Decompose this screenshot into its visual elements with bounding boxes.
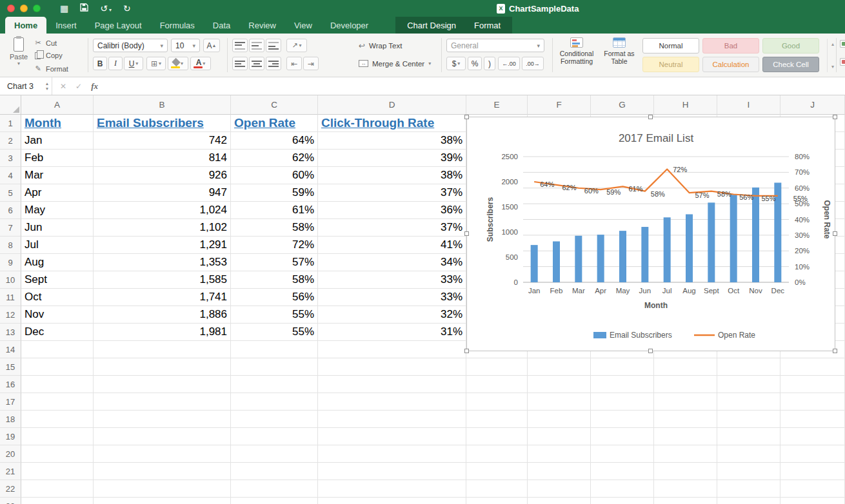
cell-C11[interactable]: 56%: [231, 289, 318, 306]
cell-I16[interactable]: [717, 376, 780, 393]
row-header-5[interactable]: 5: [0, 184, 21, 202]
cell-A15[interactable]: [21, 358, 94, 376]
cell-D18[interactable]: [318, 411, 466, 428]
save-icon[interactable]: [80, 3, 88, 14]
cell-B16[interactable]: [94, 376, 231, 393]
cell-C22[interactable]: [231, 480, 318, 498]
gallery-scroll[interactable]: ▴ ▾: [827, 39, 836, 72]
cell-A5[interactable]: Apr: [21, 184, 94, 202]
cell-D20[interactable]: [318, 445, 466, 463]
cell-A23[interactable]: [21, 498, 94, 504]
increase-font-size-button[interactable]: A▲: [203, 39, 220, 52]
cell-C20[interactable]: [231, 445, 318, 463]
chart-handle-sw[interactable]: [464, 349, 469, 353]
cell-style-normal[interactable]: Normal: [642, 38, 699, 53]
cell-A18[interactable]: [21, 411, 94, 428]
cell-A19[interactable]: [21, 428, 94, 445]
percent-format-button[interactable]: %: [468, 57, 482, 70]
cell-style-calculation[interactable]: Calculation: [702, 57, 759, 72]
cell-B4[interactable]: 926: [94, 167, 231, 184]
align-center-button[interactable]: [249, 57, 264, 70]
cell-C16[interactable]: [231, 376, 318, 393]
col-header-D[interactable]: D: [318, 95, 466, 115]
cell-D11[interactable]: 33%: [318, 289, 466, 306]
copy-button[interactable]: Copy: [34, 52, 83, 59]
chart-handle-ne[interactable]: [833, 115, 837, 119]
cell-style-bad[interactable]: Bad: [702, 38, 759, 53]
col-header-F[interactable]: F: [528, 95, 591, 115]
cell-G15[interactable]: [591, 358, 654, 376]
cell-C21[interactable]: [231, 463, 318, 480]
col-header-A[interactable]: A: [21, 95, 94, 115]
cell-C1[interactable]: Open Rate: [231, 115, 318, 132]
cell-B20[interactable]: [94, 445, 231, 463]
cell-D16[interactable]: [318, 376, 466, 393]
cell-D5[interactable]: 37%: [318, 184, 466, 202]
cell-A10[interactable]: Sept: [21, 271, 94, 289]
tab-developer[interactable]: Developer: [321, 17, 377, 34]
grid-view-icon[interactable]: ▦: [60, 4, 68, 13]
cell-J17[interactable]: [780, 393, 845, 411]
cell-B9[interactable]: 1,353: [94, 254, 231, 271]
cell-D19[interactable]: [318, 428, 466, 445]
row-header-11[interactable]: 11: [0, 289, 21, 306]
cell-D15[interactable]: [318, 358, 466, 376]
align-left-button[interactable]: [232, 57, 248, 70]
cell-F19[interactable]: [528, 428, 591, 445]
cell-B8[interactable]: 1,291: [94, 237, 231, 254]
cell-A13[interactable]: Dec: [21, 324, 94, 341]
cell-J20[interactable]: [780, 445, 845, 463]
align-bottom-button[interactable]: [266, 39, 281, 52]
cell-A14[interactable]: [21, 341, 94, 358]
row-header-15[interactable]: 15: [0, 358, 21, 376]
cell-F17[interactable]: [528, 393, 591, 411]
cell-E16[interactable]: [466, 376, 528, 393]
cell-C9[interactable]: 57%: [231, 254, 318, 271]
cell-F15[interactable]: [528, 358, 591, 376]
cell-H20[interactable]: [654, 445, 717, 463]
cell-J18[interactable]: [780, 411, 845, 428]
col-header-J[interactable]: J: [780, 95, 845, 115]
cell-E21[interactable]: [466, 463, 528, 480]
decrease-indent-button[interactable]: ⇤: [286, 57, 302, 70]
cell-H19[interactable]: [654, 428, 717, 445]
align-right-button[interactable]: [266, 57, 281, 70]
row-header-3[interactable]: 3: [0, 150, 21, 167]
cell-H16[interactable]: [654, 376, 717, 393]
cell-B2[interactable]: 742: [94, 132, 231, 150]
cell-J15[interactable]: [780, 358, 845, 376]
row-header-21[interactable]: 21: [0, 463, 21, 480]
cell-H17[interactable]: [654, 393, 717, 411]
cell-D12[interactable]: 32%: [318, 306, 466, 324]
cell-B23[interactable]: [94, 498, 231, 504]
format-as-table-button[interactable]: Format as Table: [599, 36, 640, 75]
cell-C5[interactable]: 59%: [231, 184, 318, 202]
cell-D4[interactable]: 38%: [318, 167, 466, 184]
name-box[interactable]: Chart 3: [0, 77, 43, 95]
chart-handle-n[interactable]: [648, 115, 653, 119]
cell-C2[interactable]: 64%: [231, 132, 318, 150]
cell-B22[interactable]: [94, 480, 231, 498]
row-header-16[interactable]: 16: [0, 376, 21, 393]
cell-I23[interactable]: [717, 498, 780, 504]
align-top-button[interactable]: [232, 39, 248, 52]
conditional-formatting-button[interactable]: Conditional Formatting: [556, 36, 597, 75]
tab-insert[interactable]: Insert: [46, 17, 86, 34]
cell-D22[interactable]: [318, 480, 466, 498]
increase-decimal-button[interactable]: ←.00: [498, 57, 520, 70]
cell-D8[interactable]: 41%: [318, 237, 466, 254]
cell-A3[interactable]: Feb: [21, 150, 94, 167]
cell-B6[interactable]: 1,024: [94, 202, 231, 219]
cell-A2[interactable]: Jan: [21, 132, 94, 150]
cell-J16[interactable]: [780, 376, 845, 393]
cell-J19[interactable]: [780, 428, 845, 445]
row-header-2[interactable]: 2: [0, 132, 21, 150]
tab-review[interactable]: Review: [239, 17, 285, 34]
cancel-button[interactable]: ✕: [60, 82, 66, 91]
minimize-window-button[interactable]: [20, 5, 28, 12]
cut-button[interactable]: ✂ Cut: [34, 39, 83, 47]
cell-B18[interactable]: [94, 411, 231, 428]
cell-style-check-cell[interactable]: Check Cell: [762, 57, 819, 72]
cell-G17[interactable]: [591, 393, 654, 411]
col-header-G[interactable]: G: [591, 95, 654, 115]
